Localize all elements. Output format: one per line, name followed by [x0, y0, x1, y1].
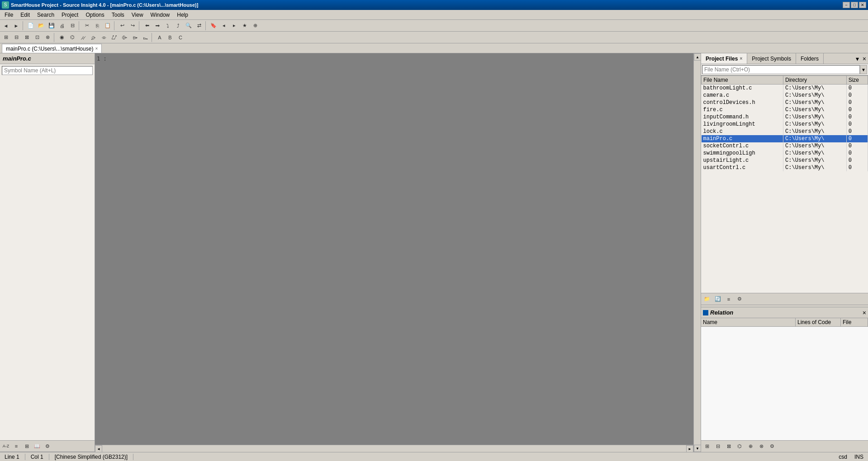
- file-list-row[interactable]: camera.cC:\Users\My\0: [702, 92, 868, 99]
- highlight-button[interactable]: ★: [240, 21, 250, 31]
- tab-mainpro[interactable]: mainPro.c (C:\Users\...\smartHouse) ×: [2, 44, 102, 53]
- file-filter-dropdown-btn[interactable]: ▼: [860, 65, 867, 74]
- rel-tb-btn2[interactable]: ⊟: [713, 442, 723, 452]
- menu-item-options[interactable]: Options: [82, 11, 108, 19]
- file-list-row[interactable]: mainPro.cC:\Users\My\0: [702, 135, 868, 142]
- scroll-right-btn[interactable]: ►: [686, 445, 693, 452]
- file-list-row[interactable]: socketContrl.cC:\Users\My\0: [702, 142, 868, 150]
- symbol-search-input[interactable]: [2, 66, 93, 75]
- find-button[interactable]: 🔍: [184, 21, 194, 31]
- editor-scrollbar-h[interactable]: [102, 445, 686, 452]
- file-filter-input[interactable]: [702, 65, 860, 74]
- rel-tb-btn7[interactable]: ⚙: [767, 442, 777, 452]
- scroll-thumb-v[interactable]: [694, 61, 701, 445]
- tb2-btn15[interactable]: A: [155, 33, 165, 42]
- tb2-btn2[interactable]: ⊟: [11, 33, 21, 42]
- close-button[interactable]: ✕: [859, 2, 866, 8]
- tb2-btn12[interactable]: ⌱: [119, 33, 129, 42]
- tb2-btn6[interactable]: ◉: [57, 33, 67, 42]
- rp-settings-btn[interactable]: ⚙: [735, 294, 745, 304]
- scroll-left-btn[interactable]: ◄: [95, 445, 102, 452]
- browse-back-button[interactable]: ⬅: [142, 21, 152, 31]
- tb2-btn7[interactable]: ⌬: [67, 33, 77, 42]
- menu-item-project[interactable]: Project: [58, 11, 82, 19]
- tb2-btn11[interactable]: ⌰: [109, 33, 119, 42]
- tab-close-icon[interactable]: ×: [95, 46, 98, 51]
- file-list-row[interactable]: inputCommand.hC:\Users\My\0: [702, 113, 868, 121]
- rel-tb-btn5[interactable]: ⊕: [745, 442, 755, 452]
- relation-content[interactable]: [701, 327, 868, 440]
- maximize-button[interactable]: □: [851, 2, 858, 8]
- file-list-row[interactable]: lock.cC:\Users\My\0: [702, 128, 868, 135]
- file-list-row[interactable]: livingroomLinghtC:\Users\My\0: [702, 121, 868, 128]
- menu-item-view[interactable]: View: [128, 11, 147, 19]
- right-panel-close-btn[interactable]: ×: [861, 55, 868, 62]
- rel-tb-btn1[interactable]: ⊞: [702, 442, 712, 452]
- scroll-down-btn[interactable]: ▼: [694, 445, 701, 452]
- open-button[interactable]: 📂: [36, 21, 46, 31]
- rp-add-btn[interactable]: 📁: [702, 294, 712, 304]
- rp-list-btn[interactable]: ≡: [724, 294, 734, 304]
- browse-forward-button[interactable]: ⮕: [152, 21, 162, 31]
- new-button[interactable]: 📄: [26, 21, 36, 31]
- jump-to-def-button[interactable]: ⤵: [163, 21, 173, 31]
- rel-tb-btn6[interactable]: ⊗: [756, 442, 766, 452]
- tb2-btn10[interactable]: ⌯: [99, 33, 109, 42]
- lp-btn4[interactable]: 📖: [32, 441, 42, 451]
- tb2-btn4[interactable]: ⊡: [32, 33, 42, 42]
- file-list-row[interactable]: swimmingpoolLighC:\Users\My\0: [702, 150, 868, 157]
- file-list-row[interactable]: bathroomLight.cC:\Users\My\0: [702, 85, 868, 92]
- editor-scrollbar-v[interactable]: ▲ ▼: [693, 53, 701, 452]
- menu-item-window[interactable]: Window: [147, 11, 174, 19]
- bookmark-button[interactable]: 🔖: [209, 21, 218, 31]
- tb2-btn16[interactable]: B: [165, 33, 175, 42]
- rel-tb-btn3[interactable]: ⊠: [724, 442, 734, 452]
- file-list-row[interactable]: usartContrl.cC:\Users\My\0: [702, 164, 868, 171]
- menu-item-search[interactable]: Search: [33, 11, 58, 19]
- cut-button[interactable]: ✂: [82, 21, 92, 31]
- back-button[interactable]: ◄: [1, 21, 11, 31]
- right-panel-expand-btn[interactable]: ▾: [854, 55, 861, 62]
- prev-bookmark-button[interactable]: ◂: [219, 21, 229, 31]
- minimize-button[interactable]: −: [843, 2, 850, 8]
- tb2-btn9[interactable]: ⌮: [88, 33, 98, 42]
- print-button[interactable]: ⊟: [67, 21, 77, 31]
- relation-close-btn[interactable]: ×: [863, 309, 866, 316]
- tb2-btn8[interactable]: ⌭: [78, 33, 88, 42]
- tab-pf-close[interactable]: ×: [740, 56, 742, 61]
- tb2-btn5[interactable]: ⊗: [43, 33, 52, 42]
- menu-item-help[interactable]: Help: [173, 11, 192, 19]
- lp-btn2[interactable]: ≡: [11, 441, 21, 451]
- lp-btn3[interactable]: ⊞: [22, 441, 32, 451]
- rel-tb-btn4[interactable]: ⌬: [735, 442, 745, 452]
- tb2-btn3[interactable]: ⊠: [22, 33, 32, 42]
- file-list-row[interactable]: controlDevices.hC:\Users\My\0: [702, 99, 868, 106]
- tb2-btn1[interactable]: ⊞: [1, 33, 11, 42]
- lp-settings-btn[interactable]: ⚙: [43, 441, 52, 451]
- rp-sync-btn[interactable]: 🔄: [713, 294, 723, 304]
- tb2-btn17[interactable]: C: [175, 33, 185, 42]
- paste-button[interactable]: 📋: [103, 21, 113, 31]
- tab-project-symbols[interactable]: Project Symbols: [747, 53, 796, 64]
- redo-button[interactable]: ↪: [128, 21, 138, 31]
- copy-button[interactable]: ⎘: [92, 21, 102, 31]
- tab-project-files[interactable]: Project Files ×: [701, 53, 747, 64]
- search-ref-button[interactable]: ⊕: [250, 21, 260, 31]
- file-list-row[interactable]: upstairLight.cC:\Users\My\0: [702, 157, 868, 164]
- menu-item-edit[interactable]: Edit: [17, 11, 33, 19]
- print-preview-button[interactable]: 🖨: [57, 21, 67, 31]
- tab-folders[interactable]: Folders: [796, 53, 824, 64]
- tb2-btn14[interactable]: ⌳: [140, 33, 150, 42]
- file-list-container[interactable]: File Name Directory Size bathroomLight.c…: [701, 75, 868, 293]
- tb2-btn13[interactable]: ⌲: [130, 33, 140, 42]
- jump-to-ref-button[interactable]: ⤴: [173, 21, 183, 31]
- file-list-row[interactable]: fire.cC:\Users\My\0: [702, 106, 868, 113]
- save-button[interactable]: 💾: [47, 21, 57, 31]
- editor-content[interactable]: 1 :: [95, 53, 693, 445]
- menu-item-tools[interactable]: Tools: [108, 11, 128, 19]
- scroll-up-btn[interactable]: ▲: [694, 53, 701, 61]
- next-bookmark-button[interactable]: ▸: [229, 21, 239, 31]
- lp-az-btn[interactable]: A-Z: [1, 441, 11, 451]
- undo-button[interactable]: ↩: [117, 21, 127, 31]
- replace-button[interactable]: ⇄: [194, 21, 204, 31]
